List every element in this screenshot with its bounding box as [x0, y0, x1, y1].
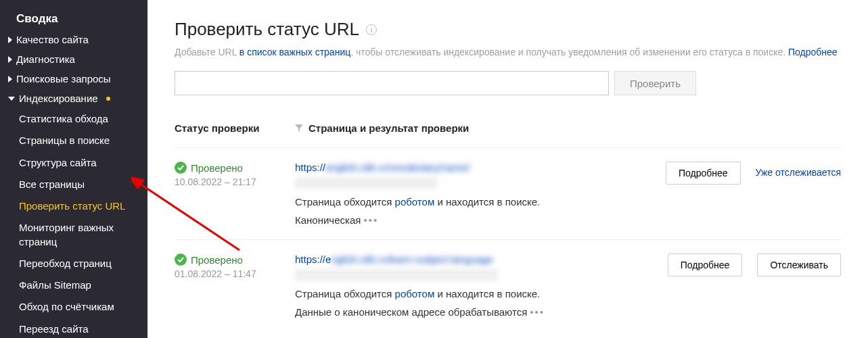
sidebar-sub-site-structure[interactable]: Структура сайта — [0, 152, 147, 174]
sidebar-sub-label: Все страницы — [19, 178, 85, 190]
column-header-result: Страница и результат проверки — [309, 122, 469, 134]
desc-part: и находится в поиске. — [434, 196, 540, 208]
result-canonical: Каноническая••• — [295, 214, 666, 226]
sidebar-sub-label: Проверить статус URL — [19, 200, 125, 212]
chevron-right-icon — [8, 56, 12, 63]
learn-more-link[interactable]: Подробнее — [788, 47, 838, 57]
sidebar-item-label: Поисковые запросы — [16, 73, 111, 84]
check-circle-icon — [175, 254, 187, 266]
sidebar: Сводка Качество сайта Диагностика Поиско… — [0, 0, 147, 338]
subtitle-text: Добавьте URL — [175, 47, 239, 57]
chevron-down-icon — [8, 97, 15, 101]
result-description: Страница обходится роботом и находится в… — [295, 288, 668, 299]
sidebar-item-search-queries[interactable]: Поисковые запросы — [0, 69, 147, 89]
page-title: Проверить статус URL — [175, 19, 359, 40]
sidebar-sub-counter-crawl[interactable]: Обход по счётчикам — [0, 296, 147, 318]
sidebar-sub-label: Мониторинг важных страниц — [19, 222, 114, 247]
sidebar-item-label: Качество сайта — [16, 34, 89, 45]
result-description: Страница обходится роботом и находится в… — [295, 196, 666, 208]
sidebar-item-indexing[interactable]: Индексирование — [0, 89, 147, 108]
chevron-right-icon — [8, 76, 12, 82]
desc-part: Каноническая — [295, 214, 361, 226]
check-button[interactable]: Проверить — [614, 71, 696, 95]
ellipsis-icon[interactable]: ••• — [363, 214, 378, 226]
sidebar-sub-label: Переобход страниц — [19, 258, 112, 269]
status-date: 01.08.2022 – 11:47 — [175, 268, 295, 279]
sidebar-sub-label: Статистика обхода — [19, 113, 108, 124]
sidebar-sub-pages-in-search[interactable]: Страницы в поиске — [0, 130, 147, 151]
info-icon[interactable]: i — [366, 24, 377, 35]
track-button[interactable]: Отслеживать — [757, 254, 841, 276]
result-row: Проверено 01.08.2022 – 11:47 https://eng… — [175, 239, 841, 331]
sidebar-item-label: Диагностика — [16, 53, 75, 65]
tracking-status: Уже отслеживается — [756, 162, 841, 178]
sidebar-item-diagnostics[interactable]: Диагностика — [0, 49, 147, 69]
ellipsis-icon[interactable]: ••• — [530, 306, 545, 318]
svg-point-1 — [175, 254, 187, 266]
url-input[interactable] — [175, 71, 609, 95]
sidebar-sub-label: Обход по счётчикам — [19, 301, 114, 312]
desc-part: Данные о каноническом адресе обрабатываю… — [295, 306, 527, 318]
chevron-right-icon — [8, 37, 12, 43]
sidebar-item-summary[interactable]: Сводка — [0, 8, 147, 30]
column-header-status: Статус проверки — [175, 122, 259, 134]
check-circle-icon — [175, 162, 187, 174]
sidebar-sub-label: Страницы в поиске — [19, 135, 110, 146]
filter-icon[interactable] — [295, 124, 303, 132]
sidebar-item-label: Индексирование — [19, 93, 98, 104]
desc-part: и находится в поиске. — [434, 288, 540, 299]
url-blurred: nglish.silk.ru/learn-subject-language — [331, 254, 493, 265]
result-canonical: Данные о каноническом адресе обрабатываю… — [295, 306, 668, 318]
result-url[interactable]: https://english.silk.ru/learn-subject-la… — [295, 254, 493, 265]
sidebar-sub-label: Файлы Sitemap — [19, 279, 91, 291]
sidebar-sub-sitemap[interactable]: Файлы Sitemap — [0, 274, 147, 296]
robot-link[interactable]: роботом — [395, 196, 435, 208]
subtitle-text: , чтобы отслеживать индексирование и пол… — [350, 47, 788, 57]
sidebar-item-label: Сводка — [16, 12, 58, 26]
sidebar-sub-crawl-stats[interactable]: Статистика обхода — [0, 108, 147, 130]
status-text: Проверено — [191, 254, 243, 266]
robot-link[interactable]: роботом — [395, 288, 435, 299]
sidebar-sub-monitoring[interactable]: Мониторинг важных страниц — [0, 217, 147, 253]
desc-part: Страница обходится — [295, 288, 395, 299]
redacted-block — [295, 269, 498, 281]
sidebar-sub-check-url[interactable]: Проверить статус URL — [0, 195, 147, 217]
details-button[interactable]: Подробнее — [668, 254, 743, 276]
redacted-block — [295, 177, 437, 189]
details-button[interactable]: Подробнее — [666, 162, 741, 185]
url-blurred: english.silk.ru/vocabulary/name/ — [325, 162, 470, 173]
sidebar-sub-site-move[interactable]: Переезд сайта — [0, 318, 147, 339]
main-content: Проверить статус URL i Добавьте URL в сп… — [147, 0, 868, 338]
result-row: Проверено 10.08.2022 – 21:17 https://eng… — [175, 147, 841, 239]
sidebar-sub-recrawl[interactable]: Переобход страниц — [0, 253, 147, 274]
status-text: Проверено — [191, 162, 243, 174]
svg-point-0 — [175, 162, 187, 174]
url-prefix: https:// — [295, 162, 325, 173]
important-pages-link[interactable]: в список важных страниц — [239, 47, 350, 57]
url-prefix: https://e — [295, 254, 331, 265]
sidebar-sub-label: Структура сайта — [19, 157, 97, 168]
page-subtitle: Добавьте URL в список важных страниц, чт… — [175, 47, 841, 57]
result-url[interactable]: https://english.silk.ru/vocabulary/name/ — [295, 162, 470, 173]
sidebar-sub-label: Переезд сайта — [19, 323, 89, 335]
notification-dot-icon — [106, 97, 110, 101]
sidebar-item-quality[interactable]: Качество сайта — [0, 30, 147, 49]
status-date: 10.08.2022 – 21:17 — [175, 176, 295, 187]
sidebar-sub-all-pages[interactable]: Все страницы — [0, 174, 147, 195]
desc-part: Страница обходится — [295, 196, 395, 208]
